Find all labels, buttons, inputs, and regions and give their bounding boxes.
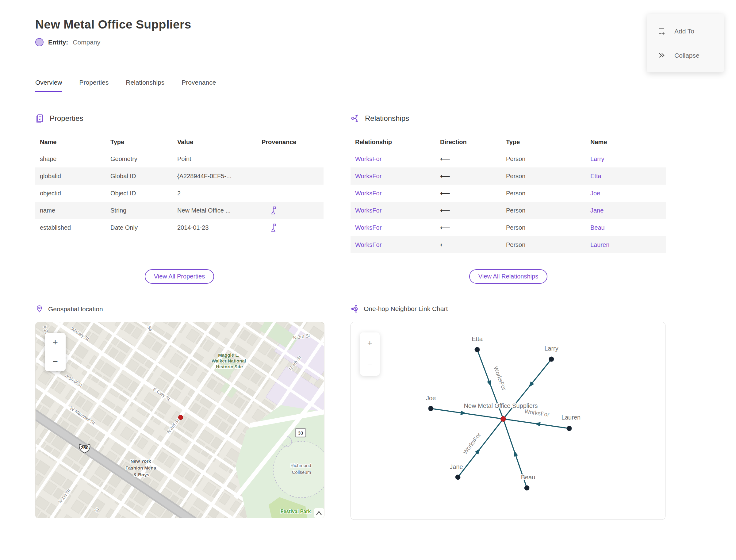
relationships-section-header: Relationships	[351, 114, 666, 123]
tab-provenance[interactable]: Provenance	[182, 79, 216, 92]
node-etta[interactable]	[475, 347, 480, 352]
table-row: WorksFor ⟵ Person Lauren	[351, 236, 666, 253]
relationship-link[interactable]: WorksFor	[351, 207, 435, 214]
entity-type-value: Company	[73, 39, 100, 46]
node-larry[interactable]	[549, 357, 554, 362]
provenance-flag-icon[interactable]	[269, 206, 277, 215]
tab-properties[interactable]: Properties	[79, 79, 109, 92]
provenance-flag-icon[interactable]	[269, 223, 277, 232]
right-column: Relationships Relationship Direction Typ…	[351, 92, 666, 520]
properties-icon	[35, 114, 44, 123]
svg-text:33: 33	[298, 430, 303, 435]
relationship-link[interactable]: WorksFor	[351, 241, 435, 248]
entity-row: Entity: Company	[35, 38, 736, 46]
properties-table: Name Type Value Provenance shape Geometr…	[35, 134, 324, 236]
relationships-section-title: Relationships	[365, 114, 409, 123]
edge-labels: WorksFor WorksFor WorksFor	[462, 366, 550, 455]
node-beau[interactable]	[524, 485, 529, 490]
related-entity-link[interactable]: Larry	[586, 155, 666, 163]
node-label: Jane	[450, 463, 463, 470]
one-hop-link-chart[interactable]: WorksFor WorksFor WorksFor	[351, 322, 665, 520]
prop-value: 2014-01-23	[173, 224, 257, 231]
prop-name: name	[35, 207, 106, 214]
basemap: 250 33 k Rd W Clay St Sa arshall St W Ma…	[36, 322, 324, 518]
table-row: WorksFor ⟵ Person Beau	[351, 219, 666, 236]
entity-label: Entity:	[48, 39, 68, 46]
related-type: Person	[501, 173, 586, 180]
one-hop-icon	[351, 305, 359, 313]
direction-arrow: ⟵	[435, 206, 501, 215]
attribution-toggle[interactable]	[314, 508, 324, 518]
tab-overview[interactable]: Overview	[35, 79, 62, 92]
related-entity-link[interactable]: Lauren	[586, 241, 666, 248]
prop-value: 2	[173, 190, 257, 197]
chart-zoom-in-button[interactable]: +	[360, 332, 380, 354]
chart-zoom-out-button[interactable]: −	[360, 354, 380, 376]
geospatial-section-title: Geospatial location	[48, 305, 103, 313]
relationship-link[interactable]: WorksFor	[351, 224, 435, 231]
direction-arrow: ⟵	[435, 241, 501, 249]
relationships-table: Relationship Direction Type Name WorksFo…	[351, 134, 666, 253]
node-label: Joe	[426, 395, 436, 401]
table-row: globalid Global ID {A228944F-0EF5-...	[35, 167, 324, 185]
direction-arrow: ⟵	[435, 224, 501, 232]
tab-relationships[interactable]: Relationships	[126, 79, 164, 92]
poi-label-festival-park: Festival Park	[281, 509, 311, 514]
col-header: Provenance	[257, 139, 324, 146]
prop-type: Object ID	[106, 190, 173, 197]
node-labels: Etta Larry Joe Lauren Jane Beau New Meta…	[426, 336, 581, 481]
related-entity-link[interactable]: Joe	[586, 190, 666, 197]
prop-value: {A228944F-0EF5-...	[173, 173, 257, 180]
direction-arrow: ⟵	[435, 155, 501, 163]
view-all-relationships-button[interactable]: View All Relationships	[469, 269, 547, 284]
table-row: WorksFor ⟵ Person Larry	[351, 150, 666, 167]
prop-name: globalid	[35, 173, 106, 180]
col-header: Direction	[435, 139, 501, 146]
node-lauren[interactable]	[567, 426, 572, 431]
node-label: Larry	[544, 345, 558, 352]
center-node-label: New Metal Office Suppliers	[464, 402, 538, 409]
map-zoom-in-button[interactable]: +	[45, 333, 66, 352]
col-header: Name	[35, 139, 106, 146]
related-type: Person	[501, 190, 586, 197]
page-title: New Metal Office Suppliers	[35, 18, 736, 31]
map-marker	[178, 415, 183, 420]
node-jane[interactable]	[455, 475, 460, 480]
relationship-link[interactable]: WorksFor	[351, 155, 435, 163]
related-entity-link[interactable]: Beau	[586, 224, 666, 231]
node-label: Beau	[521, 474, 535, 481]
properties-table-header: Name Type Value Provenance	[35, 134, 324, 150]
table-row: WorksFor ⟵ Person Joe	[351, 185, 666, 202]
col-header: Type	[106, 139, 173, 146]
entity-detail-page: Add To Collapse New Metal Office Supplie…	[0, 0, 736, 560]
geospatial-section-header: Geospatial location	[35, 305, 324, 313]
add-to-button[interactable]: Add To	[647, 19, 724, 43]
entity-type-dot	[35, 38, 44, 46]
prop-provenance	[257, 206, 324, 215]
left-column: Properties Name Type Value Provenance sh…	[35, 92, 324, 520]
node-joe[interactable]	[428, 406, 433, 411]
node-label: Lauren	[562, 414, 581, 421]
related-entity-link[interactable]: Jane	[586, 207, 666, 214]
prop-type: Date Only	[106, 224, 173, 231]
add-to-label: Add To	[674, 28, 694, 35]
linkchart-section-title: One-hop Neighbor Link Chart	[364, 305, 448, 313]
geospatial-map[interactable]: 250 33 k Rd W Clay St Sa arshall St W Ma…	[35, 322, 324, 518]
prop-value: Point	[173, 155, 257, 163]
related-entity-link[interactable]: Etta	[586, 173, 666, 180]
prop-type: String	[106, 207, 173, 214]
table-row: WorksFor ⟵ Person Etta	[351, 167, 666, 185]
map-zoom-out-button[interactable]: −	[45, 352, 66, 371]
svg-text:250: 250	[81, 445, 88, 450]
chart-zoom-control: + −	[360, 332, 380, 376]
map-pin-icon	[35, 305, 44, 313]
state-route-shield: 33	[295, 428, 306, 437]
related-type: Person	[501, 207, 586, 214]
view-all-properties-button[interactable]: View All Properties	[145, 269, 214, 284]
node-center-entity[interactable]	[501, 416, 506, 422]
relationship-link[interactable]: WorksFor	[351, 190, 435, 197]
relationship-link[interactable]: WorksFor	[351, 173, 435, 180]
collapse-button[interactable]: Collapse	[647, 43, 724, 67]
direction-arrow: ⟵	[435, 172, 501, 180]
table-row: WorksFor ⟵ Person Jane	[351, 202, 666, 219]
